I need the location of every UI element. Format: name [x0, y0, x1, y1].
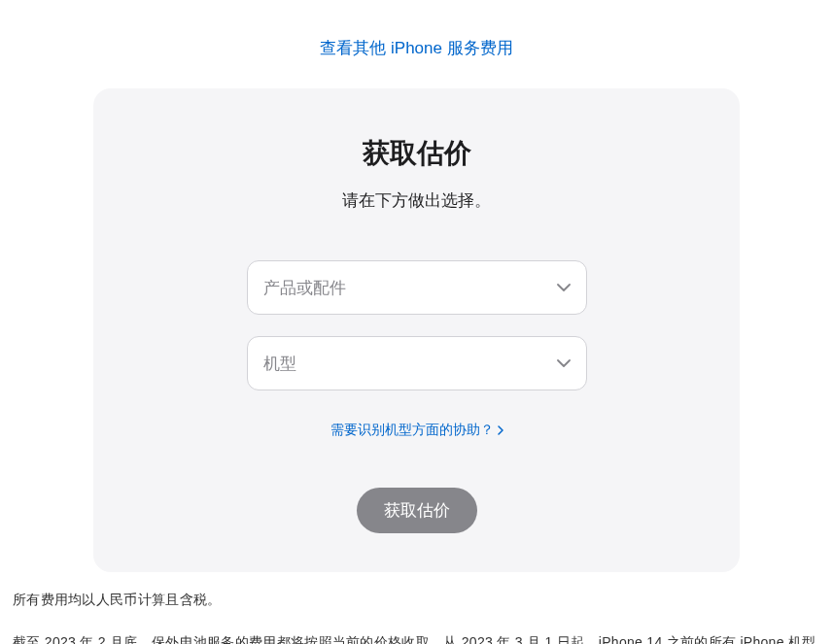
- chevron-down-icon: [557, 284, 571, 291]
- product-select[interactable]: 产品或配件: [247, 260, 587, 315]
- top-link-wrapper: 查看其他 iPhone 服务费用: [10, 0, 823, 88]
- product-select-wrapper: 产品或配件: [247, 260, 587, 315]
- model-select-wrapper: 机型: [247, 336, 587, 390]
- help-link-label: 需要识别机型方面的协助？: [330, 422, 494, 439]
- submit-wrapper: 获取估价: [132, 488, 701, 533]
- page-container: 查看其他 iPhone 服务费用 获取估价 请在下方做出选择。 产品或配件 机型…: [0, 0, 833, 644]
- footer-price-change-note: 截至 2023 年 2 月底，保外电池服务的费用都将按照当前的价格收取。从 20…: [13, 630, 820, 644]
- model-select[interactable]: 机型: [247, 336, 587, 390]
- product-select-placeholder: 产品或配件: [263, 277, 346, 299]
- card-title: 获取估价: [132, 135, 701, 172]
- get-estimate-button[interactable]: 获取估价: [357, 488, 477, 533]
- footer-text: 所有费用均以人民币计算且含税。 截至 2023 年 2 月底，保外电池服务的费用…: [13, 572, 820, 644]
- model-select-placeholder: 机型: [263, 353, 296, 375]
- footer-line2-prefix: 截至 2023 年 2 月底，保外电池服务的费用都将按照当前的价格收取。从 20…: [13, 634, 816, 644]
- card-subtitle: 请在下方做出选择。: [132, 189, 701, 212]
- other-services-link[interactable]: 查看其他 iPhone 服务费用: [320, 39, 512, 57]
- footer-tax-note: 所有费用均以人民币计算且含税。: [13, 592, 820, 609]
- estimate-card: 获取估价 请在下方做出选择。 产品或配件 机型 需要识别机型方面的协助？: [93, 88, 740, 572]
- chevron-right-icon: [498, 425, 503, 435]
- chevron-down-icon: [557, 359, 571, 367]
- identify-model-help-link[interactable]: 需要识别机型方面的协助？: [330, 422, 503, 439]
